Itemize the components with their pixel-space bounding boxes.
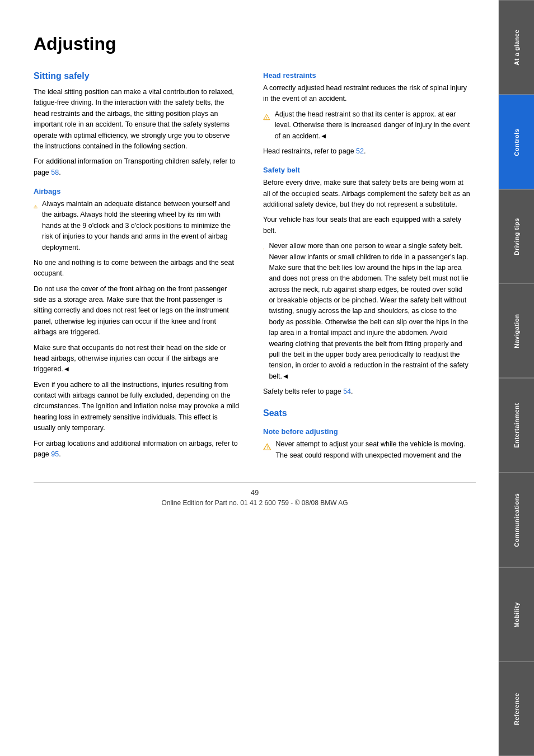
sidebar-tab-driving-tips[interactable]: Driving tips [499, 189, 534, 284]
airbags-p4: Even if you adhere to all the instructio… [34, 380, 241, 434]
head-restraints-warning-text: Adjust the head restraint so that its ce… [275, 109, 470, 142]
left-column: Sitting safely The ideal sitting positio… [34, 71, 241, 465]
airbags-ref: For airbag locations and additional info… [34, 438, 241, 460]
sidebar-tab-entertainment[interactable]: Entertainment [499, 378, 534, 473]
right-column: Head restraints A correctly adjusted hea… [263, 71, 470, 465]
main-content: Adjusting Sitting safely The ideal sitti… [0, 0, 498, 756]
safety-belt-title: Safety belt [263, 166, 470, 174]
page-footer: 49 Online Edition for Part no. 01 41 2 6… [34, 482, 476, 507]
warning-triangle-icon-3: ! [263, 241, 264, 256]
head-restraints-warning-box: ! Adjust the head restraint so that its … [263, 109, 470, 142]
seats-title: Seats [263, 408, 470, 418]
airbags-title: Airbags [34, 187, 241, 195]
footer-text: Online Edition for Part no. 01 41 2 600 … [34, 499, 476, 507]
airbags-p3: Make sure that occupants do not rest the… [34, 343, 241, 375]
right-sidebar: At a glance Controls Driving tips Naviga… [498, 0, 534, 756]
sidebar-tab-at-a-glance[interactable]: At a glance [499, 0, 534, 95]
head-restraints-intro: A correctly adjusted head restraint redu… [263, 83, 470, 105]
airbags-page-link[interactable]: 95 [51, 450, 59, 458]
safety-belt-warning-box: ! Never allow more than one person to we… [263, 241, 470, 382]
head-restraints-title: Head restraints [263, 71, 470, 80]
sidebar-tab-navigation[interactable]: Navigation [499, 283, 534, 378]
children-page-link[interactable]: 58 [51, 169, 59, 176]
svg-text:!: ! [266, 116, 267, 119]
airbags-warning-text: Always maintain an adequate distance bet… [42, 199, 241, 253]
safety-belt-ref: Safety belts refer to page 54. [263, 386, 470, 397]
svg-text:!: ! [35, 206, 36, 208]
safety-belt-page-link[interactable]: 54 [343, 388, 351, 395]
airbags-p1: No one and nothing is to come between th… [34, 258, 241, 279]
sitting-safely-intro: The ideal sitting position can make a vi… [34, 87, 241, 152]
seats-warning-box: ! Never attempt to adjust your seat whil… [263, 439, 470, 461]
head-restraints-ref: Head restraints, refer to page 52. [263, 146, 470, 157]
head-restraints-page-link[interactable]: 52 [356, 147, 364, 155]
children-ref: For additional information on Transporti… [34, 156, 241, 178]
page-title: Adjusting [34, 34, 476, 54]
page-number: 49 [34, 488, 476, 497]
warning-triangle-icon-2: ! [263, 109, 270, 125]
warning-triangle-icon-4: ! [263, 439, 271, 455]
safety-belt-warning-text: Never allow more than one person to wear… [269, 241, 470, 382]
airbags-warning-box: ! Always maintain an adequate distance b… [34, 199, 241, 253]
sidebar-tab-communications[interactable]: Communications [499, 473, 534, 567]
sidebar-tab-reference[interactable]: Reference [499, 661, 534, 756]
safety-belt-p2: Your vehicle has four seats that are eac… [263, 214, 470, 236]
warning-triangle-icon: ! [34, 199, 38, 214]
sidebar-tab-controls[interactable]: Controls [499, 95, 534, 189]
svg-text:!: ! [266, 446, 268, 450]
sitting-safely-title: Sitting safely [34, 71, 241, 81]
note-before-title: Note before adjusting [263, 427, 470, 436]
two-column-layout: Sitting safely The ideal sitting positio… [34, 71, 476, 465]
safety-belt-p1: Before every drive, make sure that safet… [263, 178, 470, 210]
airbags-p2: Do not use the cover of the front airbag… [34, 284, 241, 338]
sidebar-tab-mobility[interactable]: Mobility [499, 567, 534, 662]
seats-warning-text: Never attempt to adjust your seat while … [275, 439, 470, 461]
